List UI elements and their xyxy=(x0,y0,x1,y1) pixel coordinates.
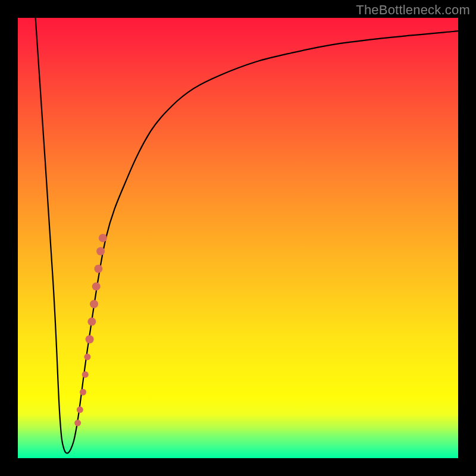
marker-dot xyxy=(92,282,101,290)
marker-dot xyxy=(86,335,94,343)
plot-area xyxy=(18,18,458,458)
chart-svg xyxy=(18,18,458,458)
marker-dot xyxy=(80,389,86,396)
marker-dot xyxy=(99,234,107,242)
marker-dot xyxy=(77,406,83,413)
marker-dot xyxy=(94,265,102,273)
bottleneck-curve xyxy=(36,18,458,453)
watermark-text: TheBottleneck.com xyxy=(356,2,470,18)
marker-dot xyxy=(96,247,105,255)
marker-dot xyxy=(82,371,89,378)
marker-dot xyxy=(84,353,90,360)
marker-dot xyxy=(74,419,81,426)
chart-frame: TheBottleneck.com xyxy=(0,0,476,476)
marker-dot xyxy=(87,318,96,326)
marker-dot xyxy=(90,300,98,308)
